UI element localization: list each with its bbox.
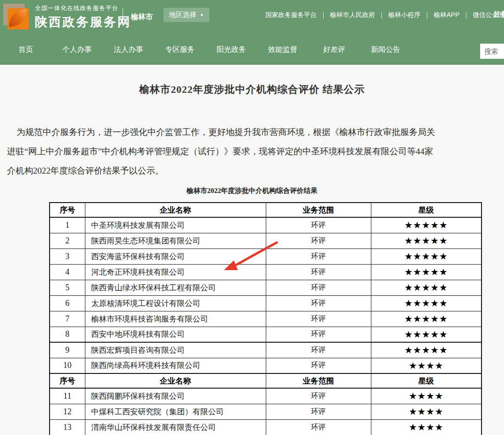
site-logo-icon (2, 3, 29, 29)
results-table: 序号企业名称业务范围星级1中圣环境科技发展有限公司环评★★★★★2陕西雨昊生态环… (49, 202, 482, 435)
scope-cell: 环评 (266, 217, 371, 233)
table-row: 2陕西雨昊生态环境集团有限公司环评★★★★★ (50, 233, 482, 249)
name-cell: 河北奇正环境科技有限公司 (85, 264, 266, 280)
table-caption: 榆林市2022年度涉批中介机构综合评价结果 (0, 186, 504, 195)
table-header-row: 序号企业名称业务范围星级 (50, 203, 482, 217)
column-header: 星级 (371, 203, 482, 217)
no-cell: 12 (50, 404, 85, 419)
register-link[interactable]: 注册 (494, 10, 504, 19)
platform-label: 全国一体化在线政务服务平台 (35, 4, 131, 12)
search-input[interactable] (480, 44, 504, 59)
top-link-mini-program[interactable]: 榆林小程序 (388, 11, 420, 19)
name-cell: 陕西青山绿水环保科技工程有限公司 (85, 280, 266, 295)
table-row: 4河北奇正环境科技有限公司环评★★★★★ (50, 264, 482, 280)
no-cell: 8 (50, 327, 85, 342)
site-name: 陕西政务服务网 (35, 14, 131, 30)
name-cell: 西安海蓝环保科技有限公司 (85, 249, 266, 264)
table-row: 5陕西青山绿水环保科技工程有限公司环评★★★★★ (50, 280, 482, 295)
nav-item-news[interactable]: 新闻公告 (360, 34, 411, 65)
star-rating-cell: ★★★★★ (371, 249, 482, 264)
star-rating-cell: ★★★★★ (371, 280, 482, 295)
no-cell: 7 (50, 311, 85, 327)
no-cell: 4 (50, 264, 85, 280)
star-rating-cell: ★★★★★ (371, 295, 482, 311)
column-header: 业务范围 (266, 373, 371, 388)
star-rating-cell: ★★★★ (371, 404, 482, 419)
table-row: 3西安海蓝环保科技有限公司环评★★★★★ (50, 249, 482, 264)
nav-item-reviews[interactable]: 好差评 (308, 34, 360, 65)
scope-cell: 环评 (266, 233, 371, 249)
scope-cell: 环评 (266, 404, 371, 419)
name-cell: 中煤科工西安研究院（集团）有限公司 (85, 404, 266, 419)
top-link-city-government[interactable]: 榆林市人民政府 (330, 11, 375, 19)
column-header: 序号 (50, 373, 85, 388)
name-cell: 陕西阔鹏环保科技有限公司 (85, 388, 266, 404)
paragraph-line: 为规范中介服务行为，进一步强化中介监管工作，更好地提升我市营商环境，根据《榆林市… (7, 123, 504, 142)
column-header: 业务范围 (266, 203, 371, 217)
top-link-app[interactable]: 榆林APP (434, 11, 459, 19)
scope-cell: 环评 (266, 295, 371, 311)
page: 全国一体化在线政务服务平台 陕西政务服务网 榆林市 地区选择 ▼ 国家政务服务平… (0, 0, 504, 435)
link-separator (466, 12, 466, 19)
paragraph-line: 介机构2022年度综合评价结果予以公示。 (7, 161, 504, 181)
top-links: 国家政务服务平台 榆林市人民政府 榆林小程序 榆林APP 微信公众号 (265, 11, 504, 19)
no-cell: 10 (50, 358, 85, 373)
scope-cell: 环评 (266, 342, 371, 358)
nav-item-personal[interactable]: 个人办事 (51, 34, 103, 65)
current-city-label: 榆林市 (131, 12, 153, 22)
table-row: 8西安中地环境科技有限公司环评★★★★★ (50, 327, 482, 342)
chevron-down-icon: ▼ (200, 13, 204, 17)
no-cell: 13 (50, 419, 85, 435)
no-cell: 3 (50, 249, 85, 264)
table-row: 10陕西尚绿高科环境科技有限公司环评★★★★ (50, 358, 482, 373)
main-nav: 首页 个人办事 法人办事 专区服务 阳光政务 效能监督 好差评 新闻公告 (0, 34, 504, 65)
star-rating-cell: ★★★★★ (371, 327, 482, 342)
nav-item-legal-person[interactable]: 法人办事 (103, 34, 154, 65)
no-cell: 1 (50, 217, 85, 233)
region-selector-label: 地区选择 (169, 11, 196, 19)
name-cell: 陕西尚绿高科环境科技有限公司 (85, 358, 266, 373)
no-cell: 5 (50, 280, 85, 295)
column-header: 星级 (371, 373, 482, 388)
no-cell: 11 (50, 388, 85, 404)
table-row: 6太原核清环境工程设计有限公司环评★★★★★ (50, 295, 482, 311)
star-rating-cell: ★★★★ (371, 419, 482, 435)
scope-cell: 环评 (266, 280, 371, 295)
paragraph-line: 进驻“网上中介服务超市”中介机构考评管理规定（试行）》要求，现将评定的中圣环境科… (7, 142, 504, 161)
site-header: 全国一体化在线政务服务平台 陕西政务服务网 榆林市 地区选择 ▼ 国家政务服务平… (0, 0, 504, 65)
scope-cell: 环评 (266, 264, 371, 280)
name-cell: 太原核清环境工程设计有限公司 (85, 295, 266, 311)
column-header: 序号 (50, 203, 85, 217)
scope-cell: 环评 (266, 327, 371, 342)
scope-cell: 环评 (266, 311, 371, 327)
top-link-national-platform[interactable]: 国家政务服务平台 (265, 11, 317, 19)
table-row: 7榆林市环境科技咨询服务有限公司环评★★★★★ (50, 311, 482, 327)
scope-cell: 环评 (266, 358, 371, 373)
link-separator (323, 12, 324, 19)
link-separator (381, 12, 382, 19)
name-cell: 渭南华山环保科技发展有限责任公司 (85, 419, 266, 435)
table-row: 1中圣环境科技发展有限公司环评★★★★★ (50, 217, 482, 233)
nav-item-supervision[interactable]: 效能监督 (257, 34, 308, 65)
table-row: 11陕西阔鹏环保科技有限公司环评★★★★ (50, 388, 482, 404)
column-header: 企业名称 (85, 373, 266, 388)
column-header: 企业名称 (85, 203, 266, 217)
nav-item-special-services[interactable]: 专区服务 (154, 34, 206, 65)
scope-cell: 环评 (266, 419, 371, 435)
results-table-body: 序号企业名称业务范围星级1中圣环境科技发展有限公司环评★★★★★2陕西雨昊生态环… (50, 203, 482, 435)
name-cell: 西安中地环境科技有限公司 (85, 327, 266, 342)
nav-item-open-government[interactable]: 阳光政务 (206, 34, 257, 65)
no-cell: 9 (50, 342, 85, 358)
brand-block: 全国一体化在线政务服务平台 陕西政务服务网 (35, 4, 131, 30)
scope-cell: 环评 (266, 388, 371, 404)
star-rating-cell: ★★★★ (371, 358, 482, 373)
brand-divider (123, 8, 123, 26)
table-row: 13渭南华山环保科技发展有限责任公司环评★★★★ (50, 419, 482, 435)
name-cell: 榆林市环境科技咨询服务有限公司 (85, 311, 266, 327)
nav-item-home[interactable]: 首页 (0, 34, 51, 65)
star-rating-cell: ★★★★★ (371, 217, 482, 233)
no-cell: 2 (50, 233, 85, 249)
region-selector-button[interactable]: 地区选择 ▼ (163, 8, 209, 22)
star-rating-cell: ★★★★★ (371, 311, 482, 327)
table-row: 9陕西宏辉项目咨询有限公司环评★★★★★ (50, 342, 482, 358)
